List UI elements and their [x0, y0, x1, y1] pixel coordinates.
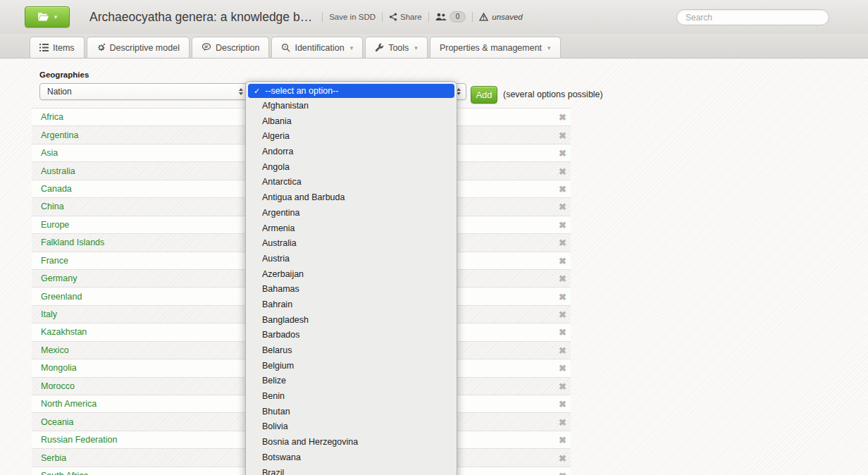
add-button[interactable]: Add: [471, 86, 497, 104]
tab-description[interactable]: Description: [192, 37, 270, 58]
geography-link[interactable]: Europe: [41, 220, 69, 230]
remove-icon[interactable]: ✖: [559, 256, 566, 265]
dropdown-option[interactable]: Bolivia: [246, 419, 457, 435]
dropdown-selected-option[interactable]: ✓ --select an option--: [248, 84, 454, 98]
tab-tools[interactable]: Tools ▾: [365, 37, 428, 58]
dropdown-option[interactable]: Andorra: [246, 144, 457, 160]
remove-icon[interactable]: ✖: [559, 400, 566, 409]
remove-icon[interactable]: ✖: [559, 310, 566, 319]
dropdown-option[interactable]: Benin: [246, 389, 457, 405]
remove-icon[interactable]: ✖: [559, 364, 566, 373]
caret-down-icon: ▾: [54, 13, 58, 20]
geography-link[interactable]: Serbia: [41, 453, 66, 463]
dropdown-option[interactable]: Afghanistan: [246, 99, 457, 114]
remove-icon[interactable]: ✖: [559, 149, 566, 158]
dropdown-option[interactable]: Argentina: [246, 206, 457, 221]
geography-link[interactable]: Mongolia: [41, 363, 77, 373]
geography-link[interactable]: Morocco: [41, 381, 75, 391]
remove-icon[interactable]: ✖: [559, 417, 566, 426]
page-title: Archaeocyatha genera: a knowledge b…: [89, 10, 312, 25]
dropdown-option[interactable]: Antigua and Barbuda: [246, 190, 457, 206]
geography-link[interactable]: Asia: [41, 148, 58, 158]
geography-link[interactable]: Canada: [41, 184, 72, 194]
geography-link[interactable]: Italy: [41, 309, 57, 319]
svg-text:?: ?: [284, 45, 286, 49]
tab-properties-management[interactable]: Properties & management ▾: [430, 37, 561, 58]
remove-icon[interactable]: ✖: [559, 436, 566, 445]
geography-group-select[interactable]: Nation: [39, 83, 249, 100]
dropdown-option[interactable]: Barbados: [246, 328, 457, 343]
open-knowledge-base-button[interactable]: ▾: [25, 6, 70, 27]
select-stepper-icon: [235, 88, 246, 95]
header-actions: Save in SDD Share 0: [322, 11, 523, 23]
dropdown-option[interactable]: Bahamas: [246, 282, 457, 297]
dropdown-option[interactable]: Angola: [246, 160, 457, 175]
dropdown-option[interactable]: Australia: [246, 236, 457, 252]
dropdown-option[interactable]: Bosnia and Herzegovina: [246, 435, 457, 450]
gear-icon: [97, 43, 106, 52]
tab-descriptive-model[interactable]: Descriptive model: [87, 37, 190, 58]
dropdown-option[interactable]: Botswana: [246, 450, 457, 466]
geography-link[interactable]: South Africa: [41, 471, 88, 475]
remove-icon[interactable]: ✖: [559, 113, 566, 122]
share-button[interactable]: Share: [389, 13, 422, 21]
geography-link[interactable]: Greenland: [41, 292, 82, 302]
dropdown-option[interactable]: Bahrain: [246, 297, 457, 313]
folder-icon: [37, 12, 49, 22]
dropdown-option[interactable]: Belgium: [246, 359, 457, 374]
remove-icon[interactable]: ✖: [559, 381, 566, 390]
share-icon: [389, 13, 397, 21]
tab-items[interactable]: Items: [30, 37, 85, 58]
caret-down-icon: ▾: [414, 44, 418, 51]
dropdown-option[interactable]: Armenia: [246, 221, 457, 237]
collaborators-count-badge: 0: [450, 11, 466, 23]
geography-link[interactable]: North America: [41, 399, 97, 409]
caret-down-icon: ▾: [350, 44, 354, 51]
geography-link[interactable]: Germany: [41, 273, 77, 283]
geography-link[interactable]: Australia: [41, 166, 75, 176]
speech-bubble-icon: [202, 43, 211, 52]
geography-link[interactable]: Russian Federation: [41, 435, 117, 445]
geography-link[interactable]: Mexico: [41, 345, 69, 355]
geography-link[interactable]: China: [41, 202, 64, 211]
app-header: ▾ Archaeocyatha genera: a knowledge b… S…: [0, 0, 868, 34]
dropdown-option[interactable]: Azerbaijan: [246, 267, 457, 283]
geography-link[interactable]: Kazakhstan: [41, 327, 87, 337]
remove-icon[interactable]: ✖: [559, 328, 566, 337]
geography-link[interactable]: Argentina: [41, 130, 79, 140]
geography-link[interactable]: Falkland Islands: [41, 238, 104, 247]
remove-icon[interactable]: ✖: [559, 292, 566, 301]
dropdown-option[interactable]: Brazil: [246, 466, 457, 475]
divider: [472, 12, 473, 22]
geography-link[interactable]: Africa: [41, 112, 63, 122]
dropdown-option[interactable]: Bangladesh: [246, 313, 457, 328]
remove-icon[interactable]: ✖: [559, 274, 566, 283]
remove-icon[interactable]: ✖: [559, 220, 566, 229]
dropdown-option[interactable]: Albania: [246, 114, 457, 130]
dropdown-option[interactable]: Austria: [246, 252, 457, 267]
dropdown-option[interactable]: Belarus: [246, 343, 457, 359]
remove-icon[interactable]: ✖: [559, 130, 566, 140]
warning-icon: [479, 13, 488, 21]
save-in-sdd-button[interactable]: Save in SDD: [329, 13, 376, 21]
dropdown-option[interactable]: Belize: [246, 374, 457, 389]
main-tabbar: Items Descriptive model Description ?: [0, 34, 868, 58]
remove-icon[interactable]: ✖: [559, 345, 566, 354]
divider: [382, 12, 383, 22]
geographies-label: Geographies: [39, 70, 89, 79]
remove-icon[interactable]: ✖: [559, 184, 566, 193]
collaborators-button[interactable]: 0: [435, 11, 466, 23]
remove-icon[interactable]: ✖: [559, 453, 566, 462]
geography-link[interactable]: France: [41, 256, 68, 266]
remove-icon[interactable]: ✖: [559, 238, 566, 247]
dropdown-option[interactable]: Antarctica: [246, 175, 457, 190]
nation-dropdown-menu: ✓ --select an option-- Afghanistan Alban…: [245, 81, 457, 475]
remove-icon[interactable]: ✖: [559, 166, 566, 175]
tab-identification[interactable]: ? Identification ▾: [271, 37, 363, 58]
search-input[interactable]: [676, 9, 829, 25]
dropdown-option[interactable]: Algeria: [246, 129, 457, 144]
remove-icon[interactable]: ✖: [559, 202, 566, 211]
geography-link[interactable]: Oceania: [41, 417, 74, 427]
dropdown-option[interactable]: Bhutan: [246, 405, 457, 420]
remove-icon[interactable]: ✖: [559, 471, 566, 475]
